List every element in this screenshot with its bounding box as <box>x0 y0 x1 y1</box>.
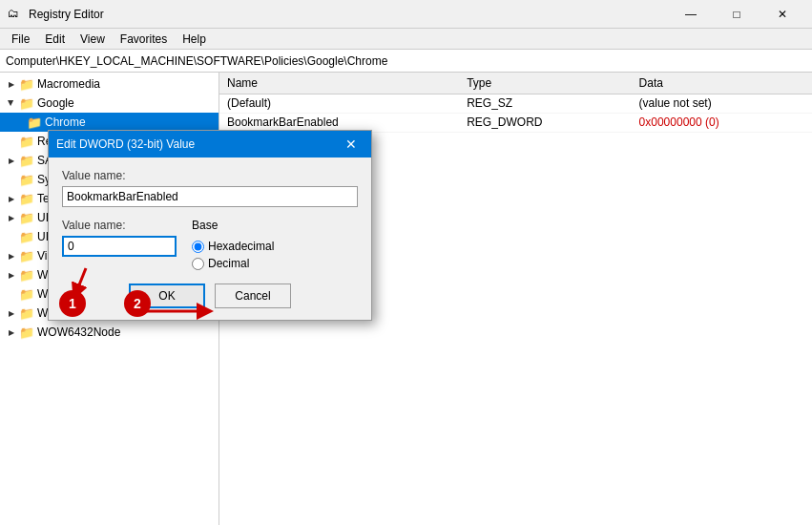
maximize-button[interactable]: □ <box>715 0 759 29</box>
chevron-right-icon: ▶ <box>4 267 19 283</box>
base-group: Base Hexadecimal Decimal <box>192 219 274 270</box>
chevron-right-icon: ▶ <box>4 305 19 321</box>
col-header-type: Type <box>459 73 631 94</box>
close-button[interactable]: ✕ <box>760 0 804 29</box>
chevron-right-icon: ▶ <box>4 325 19 340</box>
folder-icon: 📁 <box>19 135 34 149</box>
folder-icon: 📁 <box>19 326 34 340</box>
cell-name: BookmarkBarEnabled <box>219 113 459 132</box>
cell-data: 0x00000000 (0) <box>632 113 812 132</box>
registry-table: Name Type Data (Default) REG_SZ (value n… <box>219 73 812 133</box>
ok-button[interactable]: OK <box>129 284 205 308</box>
value-name-input[interactable] <box>62 186 358 207</box>
chevron-right-icon: ▶ <box>4 76 19 92</box>
folder-icon: 📁 <box>19 173 34 187</box>
main-area: ▶ 📁 Macromedia ▶ 📁 Google 📁 Chrome 📁 Reg… <box>0 73 812 525</box>
col-header-data: Data <box>632 73 812 94</box>
chevron-right-icon: ▶ <box>4 210 19 225</box>
table-row[interactable]: (Default) REG_SZ (value not set) <box>219 94 812 113</box>
menu-favorites[interactable]: Favorites <box>113 31 175 48</box>
folder-icon: 📁 <box>19 154 34 168</box>
dialog-title: Edit DWORD (32-bit) Value <box>56 137 339 151</box>
value-data-label: Value name: <box>62 219 177 232</box>
chevron-down-icon: ▶ <box>4 95 19 111</box>
tree-label: Macromedia <box>37 77 100 91</box>
cell-name: (Default) <box>219 94 459 113</box>
app-icon: 🗂 <box>8 7 23 22</box>
tree-item-macromedia[interactable]: ▶ 📁 Macromedia <box>0 74 219 94</box>
tree-label: Google <box>37 96 74 110</box>
dialog-row: Value name: Base Hexadecimal Decimal <box>62 219 358 270</box>
cell-type: REG_DWORD <box>459 113 631 132</box>
decimal-radio[interactable] <box>192 258 204 270</box>
folder-icon: 📁 <box>19 287 34 302</box>
value-data-section: Value name: <box>62 219 177 257</box>
tree-item-wow6432[interactable]: ▶ 📁 WOW6432Node <box>0 323 219 342</box>
cell-type: REG_SZ <box>459 94 631 113</box>
cancel-button[interactable]: Cancel <box>215 284 291 308</box>
menu-help[interactable]: Help <box>175 31 214 48</box>
hexadecimal-option[interactable]: Hexadecimal <box>192 240 274 253</box>
folder-icon: 📁 <box>19 230 34 244</box>
menu-view[interactable]: View <box>73 31 113 48</box>
dialog-title-bar: Edit DWORD (32-bit) Value ✕ <box>49 131 371 158</box>
chevron-right-icon: ▶ <box>4 248 19 263</box>
decimal-label: Decimal <box>208 257 249 270</box>
folder-icon: 📁 <box>19 77 34 92</box>
folder-icon: 📁 <box>19 306 34 321</box>
dialog-close-button[interactable]: ✕ <box>339 133 364 156</box>
folder-icon: 📁 <box>19 268 34 283</box>
title-bar: 🗂 Registry Editor — □ ✕ <box>0 0 812 29</box>
menu-file[interactable]: File <box>4 31 37 48</box>
menu-bar: File Edit View Favorites Help <box>0 29 812 50</box>
address-bar-path: Computer\HKEY_LOCAL_MACHINE\SOFTWARE\Pol… <box>6 54 387 68</box>
base-label: Base <box>192 219 274 232</box>
edit-dword-dialog: Edit DWORD (32-bit) Value ✕ Value name: … <box>48 130 372 321</box>
dialog-body: Value name: Value name: Base Hexadecimal… <box>49 158 371 320</box>
minimize-button[interactable]: — <box>669 0 713 29</box>
title-bar-text: Registry Editor <box>29 8 669 21</box>
value-data-input[interactable] <box>62 236 177 257</box>
hexadecimal-radio[interactable] <box>192 241 204 253</box>
decimal-option[interactable]: Decimal <box>192 257 274 270</box>
folder-icon: 📁 <box>27 116 42 130</box>
folder-icon: 📁 <box>19 211 34 225</box>
chevron-right-icon: ▶ <box>4 191 19 206</box>
tree-label: WOW6432Node <box>37 326 120 339</box>
tree-label: Chrome <box>45 116 86 129</box>
title-bar-controls: — □ ✕ <box>669 0 804 29</box>
menu-edit[interactable]: Edit <box>37 31 73 48</box>
table-row[interactable]: BookmarkBarEnabled REG_DWORD 0x00000000 … <box>219 113 812 132</box>
dialog-buttons: OK Cancel <box>62 284 358 308</box>
folder-icon: 📁 <box>19 96 34 111</box>
folder-icon: 📁 <box>19 249 34 263</box>
tree-item-chrome[interactable]: 📁 Chrome <box>0 113 219 132</box>
chevron-right-icon: ▶ <box>4 153 19 168</box>
cell-data: (value not set) <box>632 94 812 113</box>
address-bar: Computer\HKEY_LOCAL_MACHINE\SOFTWARE\Pol… <box>0 50 812 73</box>
value-name-label: Value name: <box>62 169 358 182</box>
folder-icon: 📁 <box>19 192 34 206</box>
col-header-name: Name <box>219 73 459 94</box>
hexadecimal-label: Hexadecimal <box>208 240 274 253</box>
tree-item-google[interactable]: ▶ 📁 Google <box>0 94 219 113</box>
